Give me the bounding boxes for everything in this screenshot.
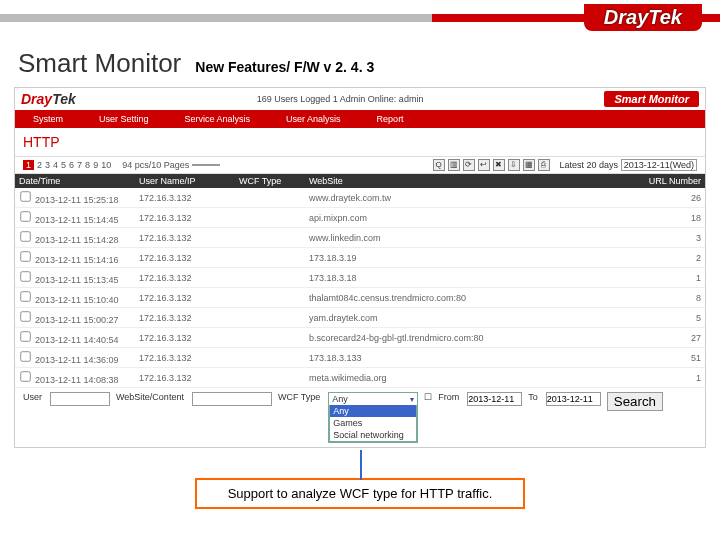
date-label: Latest 20 days (560, 160, 619, 170)
cell-num: 8 (635, 288, 705, 308)
from-input[interactable] (467, 392, 522, 406)
nav-user-setting[interactable]: User Setting (81, 114, 167, 124)
print-icon[interactable]: ⎙ (538, 159, 550, 171)
title-row: Smart Monitor New Features/ F/W v 2. 4. … (0, 48, 720, 79)
cell-site[interactable]: b.scorecard24-bg-gbl-gtl.trendmicro.com:… (305, 328, 635, 348)
cell-wcf (235, 208, 305, 228)
cell-num: 27 (635, 328, 705, 348)
table-row: 2013-12-11 15:10:40172.16.3.132thalamt08… (15, 288, 705, 308)
page-2[interactable]: 2 (37, 160, 42, 170)
toolbar-icons: Q ▥ ⟳ ↩ ✖ ⇩ ▦ ⎙ (433, 159, 550, 171)
wcf-option-social[interactable]: Social networking (330, 429, 416, 441)
row-checkbox[interactable] (20, 331, 30, 341)
cell-datetime: 2013-12-11 15:13:45 (15, 268, 135, 288)
nav-service-analysis[interactable]: Service Analysis (167, 114, 269, 124)
cell-site[interactable]: yam.draytek.com (305, 308, 635, 328)
cell-datetime: 2013-12-11 14:08:38 (15, 368, 135, 388)
table-row: 2013-12-11 15:00:27172.16.3.132yam.drayt… (15, 308, 705, 328)
row-checkbox[interactable] (20, 351, 30, 361)
refresh-icon[interactable]: ⟳ (463, 159, 475, 171)
col-datetime[interactable]: Date/Time (15, 174, 135, 188)
cell-site[interactable]: thalamt084c.census.trendmicro.com:80 (305, 288, 635, 308)
wcf-option-games[interactable]: Games (330, 417, 416, 429)
page-6[interactable]: 6 (69, 160, 74, 170)
row-checkbox[interactable] (20, 251, 30, 261)
cell-num: 51 (635, 348, 705, 368)
row-checkbox[interactable] (20, 311, 30, 321)
cell-datetime: 2013-12-11 15:14:45 (15, 208, 135, 228)
search-icon[interactable]: Q (433, 159, 445, 171)
wcf-label: WCF Type (278, 392, 320, 402)
cell-site[interactable]: api.mixpn.com (305, 208, 635, 228)
calendar-icon[interactable]: ▦ (523, 159, 535, 171)
cell-site[interactable]: meta.wikimedia.org (305, 368, 635, 388)
main-nav: System User Setting Service Analysis Use… (15, 110, 705, 128)
chart-icon[interactable]: ▥ (448, 159, 460, 171)
section-title: HTTP (15, 128, 705, 156)
search-button[interactable]: Search (607, 392, 663, 411)
nav-system[interactable]: System (15, 114, 81, 124)
nav-report[interactable]: Report (359, 114, 422, 124)
table-row: 2013-12-11 15:14:28172.16.3.132www.linke… (15, 228, 705, 248)
date-select[interactable]: 2013-12-11(Wed) (621, 159, 697, 171)
cell-wcf (235, 268, 305, 288)
cell-num: 1 (635, 368, 705, 388)
cell-wcf (235, 188, 305, 208)
cell-site[interactable]: 173.18.3.133 (305, 348, 635, 368)
table-row: 2013-12-11 15:14:45172.16.3.132api.mixpn… (15, 208, 705, 228)
wcf-options: Any Games Social networking (329, 405, 417, 442)
col-wcf[interactable]: WCF Type (235, 174, 305, 188)
page-9[interactable]: 9 (93, 160, 98, 170)
cell-datetime: 2013-12-11 15:14:28 (15, 228, 135, 248)
nav-user-analysis[interactable]: User Analysis (268, 114, 359, 124)
cell-site[interactable]: 173.18.3.19 (305, 248, 635, 268)
page-10[interactable]: 10 (101, 160, 111, 170)
to-input[interactable] (546, 392, 601, 406)
cell-site[interactable]: www.draytek.com.tw (305, 188, 635, 208)
cell-datetime: 2013-12-11 15:10:40 (15, 288, 135, 308)
wcf-option-any[interactable]: Any (330, 405, 416, 417)
row-checkbox[interactable] (20, 371, 30, 381)
cell-num: 1 (635, 268, 705, 288)
row-checkbox[interactable] (20, 191, 30, 201)
site-label: WebSite/Content (116, 392, 184, 402)
cell-site[interactable]: www.linkedin.com (305, 228, 635, 248)
cell-datetime: 2013-12-11 14:36:09 (15, 348, 135, 368)
col-urlnum[interactable]: URL Number (635, 174, 705, 188)
row-checkbox[interactable] (20, 231, 30, 241)
page-7[interactable]: 7 (77, 160, 82, 170)
filter-row: User WebSite/Content WCF Type Any Any Ga… (15, 388, 705, 447)
export-icon[interactable]: ⇩ (508, 159, 520, 171)
user-input[interactable] (50, 392, 110, 406)
row-checkbox[interactable] (20, 271, 30, 281)
table-row: 2013-12-11 15:14:16172.16.3.132173.18.3.… (15, 248, 705, 268)
page-4[interactable]: 4 (53, 160, 58, 170)
wcf-selected[interactable]: Any (329, 393, 417, 405)
callout-box: Support to analyze WCF type for HTTP tra… (195, 478, 525, 509)
slide-subtitle: New Features/ F/W v 2. 4. 3 (195, 59, 374, 75)
table-row: 2013-12-11 14:08:38172.16.3.132meta.wiki… (15, 368, 705, 388)
cell-wcf (235, 328, 305, 348)
cell-num: 2 (635, 248, 705, 268)
cell-ip: 172.16.3.132 (135, 188, 235, 208)
col-user[interactable]: User Name/IP (135, 174, 235, 188)
login-status: 169 Users Logged 1 Admin Online: admin (257, 94, 424, 104)
row-checkbox[interactable] (20, 211, 30, 221)
cell-ip: 172.16.3.132 (135, 368, 235, 388)
page-5[interactable]: 5 (61, 160, 66, 170)
per-page-input[interactable] (192, 164, 220, 166)
col-site[interactable]: WebSite (305, 174, 635, 188)
site-input[interactable] (192, 392, 272, 406)
page-8[interactable]: 8 (85, 160, 90, 170)
row-checkbox[interactable] (20, 291, 30, 301)
cell-num: 5 (635, 308, 705, 328)
page-3[interactable]: 3 (45, 160, 50, 170)
cell-site[interactable]: 173.18.3.18 (305, 268, 635, 288)
cell-ip: 172.16.3.132 (135, 288, 235, 308)
page-1[interactable]: 1 (23, 160, 34, 170)
wcf-type-select[interactable]: Any Any Games Social networking (328, 392, 418, 443)
app-topbar: DrayTek 169 Users Logged 1 Admin Online:… (15, 88, 705, 110)
back-icon[interactable]: ↩ (478, 159, 490, 171)
delete-icon[interactable]: ✖ (493, 159, 505, 171)
cell-num: 3 (635, 228, 705, 248)
